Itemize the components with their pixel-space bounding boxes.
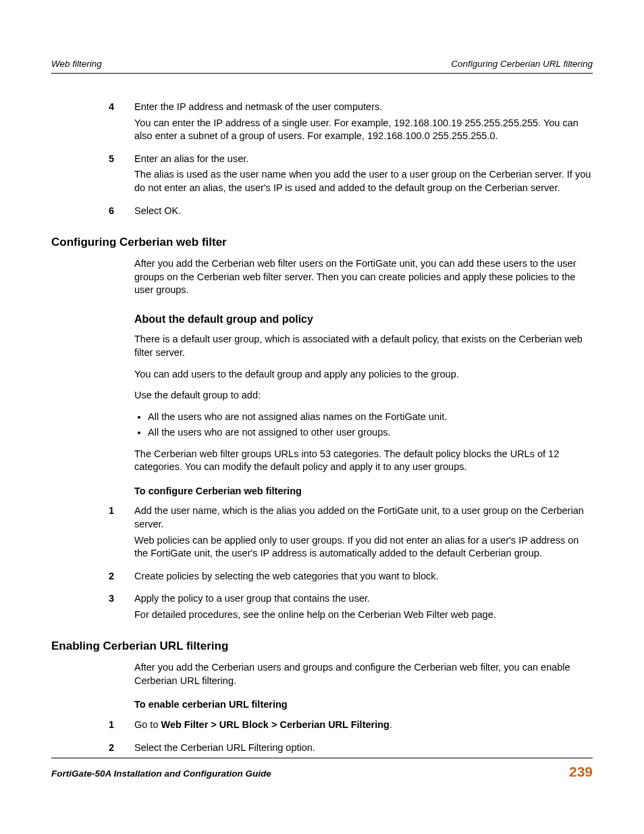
step-text: Create policies by selecting the web cat… <box>134 570 593 583</box>
step-text: Web policies can be applied only to user… <box>134 534 593 561</box>
step-number: 2 <box>109 570 134 586</box>
step-4: 4 Enter the IP address and netmask of th… <box>109 101 593 146</box>
section-heading-enabling: Enabling Cerberian URL filtering <box>51 639 593 654</box>
step-suffix: . <box>390 719 392 730</box>
task-heading-enable: To enable cerberian URL filtering <box>109 698 593 712</box>
bullet-item: All the users who are not assigned to ot… <box>148 426 593 440</box>
step-body: Select OK. <box>134 205 593 221</box>
step-text: Enter an alias for the user. <box>134 153 593 166</box>
step-text: Select OK. <box>134 205 593 218</box>
task1-step-2: 2 Create policies by selecting the web c… <box>109 570 593 586</box>
step-6: 6 Select OK. <box>109 205 593 221</box>
step-body: Go to Web Filter > URL Block > Cerberian… <box>134 719 593 735</box>
step-text: You can enter the IP address of a single… <box>134 117 593 143</box>
step-text: Apply the policy to a user group that co… <box>134 592 593 606</box>
step-text: Go to Web Filter > URL Block > Cerberian… <box>134 719 593 732</box>
footer-page-number: 239 <box>569 762 593 781</box>
task2-step-2: 2 Select the Cerberian URL Filtering opt… <box>109 741 593 758</box>
step-number: 6 <box>109 205 134 221</box>
bullet-item: All the users who are not assigned alias… <box>148 411 593 424</box>
task-heading-configure: To configure Cerberian web filtering <box>109 485 593 498</box>
task1-step-1: 1 Add the user name, which is the alias … <box>109 504 593 563</box>
step-text: The alias is used as the user name when … <box>134 168 593 194</box>
step-body: Enter an alias for the user. The alias i… <box>134 153 593 198</box>
step-number: 1 <box>109 504 134 563</box>
step-body: Create policies by selecting the web cat… <box>134 570 593 586</box>
step-body: Apply the policy to a user group that co… <box>134 592 593 624</box>
step-5: 5 Enter an alias for the user. The alias… <box>109 153 593 198</box>
step-body: Add the user name, which is the alias yo… <box>134 504 593 563</box>
step-text: Select the Cerberian URL Filtering optio… <box>134 741 593 755</box>
page-footer: FortiGate-50A Installation and Configura… <box>51 758 593 781</box>
content-area: 4 Enter the IP address and netmask of th… <box>51 101 593 757</box>
subsection-heading-default-group: About the default group and policy <box>109 312 593 327</box>
task2-step-1: 1 Go to Web Filter > URL Block > Cerberi… <box>109 719 593 735</box>
step-number: 2 <box>109 741 134 758</box>
page: Web filtering Configuring Cerberian URL … <box>0 0 644 834</box>
body-paragraph: After you add the Cerberian users and gr… <box>109 661 593 687</box>
step-number: 5 <box>109 153 134 198</box>
section-heading-configuring: Configuring Cerberian web filter <box>51 235 593 251</box>
body-paragraph: The Cerberian web filter groups URLs int… <box>109 448 593 474</box>
step-text: For detailed procedures, see the online … <box>134 608 593 622</box>
body-paragraph: You can add users to the default group a… <box>109 368 593 382</box>
step-prefix: Go to <box>134 719 161 730</box>
step-number: 3 <box>109 592 134 624</box>
task1-step-3: 3 Apply the policy to a user group that … <box>109 592 593 624</box>
step-number: 4 <box>109 101 134 146</box>
body-paragraph: There is a default user group, which is … <box>109 333 593 359</box>
step-bold-path: Web Filter > URL Block > Cerberian URL F… <box>161 719 390 730</box>
step-text: Add the user name, which is the alias yo… <box>134 504 593 531</box>
step-body: Select the Cerberian URL Filtering optio… <box>134 741 593 758</box>
header-right: Configuring Cerberian URL filtering <box>451 58 593 70</box>
step-body: Enter the IP address and netmask of the … <box>134 101 593 146</box>
footer-guide-title: FortiGate-50A Installation and Configura… <box>51 768 271 780</box>
header-left: Web filtering <box>51 58 102 70</box>
step-number: 1 <box>109 719 134 735</box>
body-paragraph: After you add the Cerberian web filter u… <box>109 257 593 297</box>
body-paragraph: Use the default group to add: <box>109 389 593 402</box>
page-header: Web filtering Configuring Cerberian URL … <box>51 58 593 74</box>
step-text: Enter the IP address and netmask of the … <box>134 101 593 114</box>
bullet-list: All the users who are not assigned alias… <box>109 411 593 440</box>
